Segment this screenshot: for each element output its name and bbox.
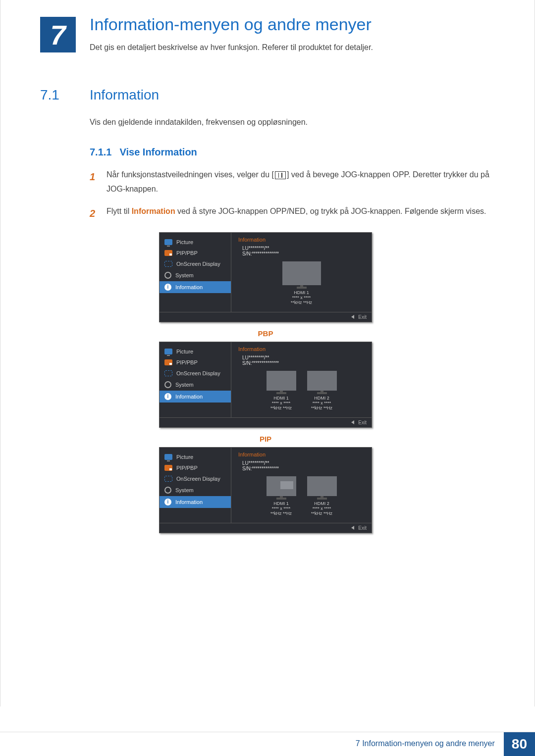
step-text: Når funksjonstastveiledningen vises, vel… [107,168,495,197]
screen-icon [164,370,172,376]
osd-panel-title: Information [238,452,365,457]
chapter-number-badge: 7 [40,17,76,52]
osd-single: Picture PIP/PBP OnScreen Display System … [159,232,372,533]
menu-icon [275,171,286,179]
osd-footer: Exit [160,523,372,533]
osd-monitor-preview: HDMI 1 **** x **** **kHz **Hz [282,261,321,305]
osd-menu-information[interactable]: iInformation [160,391,231,403]
chapter-header: 7 Information-menyen og andre menyer Det… [40,15,495,52]
pip-icon [164,465,172,471]
osd-monitor-preview-2: HDMI 2 **** x **** **kHz **Hz [307,371,337,410]
step-2: 2 Flytt til Information ved å styre JOG-… [90,204,495,222]
back-arrow-icon[interactable] [351,315,354,319]
gear-icon [164,487,171,494]
osd-exit-label[interactable]: Exit [358,314,367,320]
osd-panel-title: Information [238,346,365,352]
osd-model: LU********/** [242,246,365,251]
osd-source-label: HDMI 2 [307,501,337,506]
screen-icon [164,261,172,267]
osd-menu-picture[interactable]: Picture [160,237,231,248]
osd-resolution: **** x **** [267,506,296,511]
osd-source-label: HDMI 1 [282,290,321,295]
osd-resolution: **** x **** [267,401,296,405]
osd-footer: Exit [160,418,372,427]
osd-frequency: **kHz **Hz [267,511,296,516]
osd-panel: Information LU********/** S/N:**********… [231,342,372,417]
pip-icon [164,359,172,365]
osd-menu-system[interactable]: System [160,379,231,391]
gear-icon [164,381,171,388]
osd-model: LU********/** [242,460,365,466]
section-number: 7.1 [40,87,75,103]
step-list: 1 Når funksjonstastveiledningen vises, v… [90,168,495,222]
osd-menu-onscreen[interactable]: OnScreen Display [160,258,231,269]
osd-serial: S/N:************** [242,360,365,366]
osd-menu-onscreen[interactable]: OnScreen Display [160,473,231,484]
subsection-number: 7.1.1 [90,147,111,158]
pip-icon [164,250,172,256]
osd-frequency: **kHz **Hz [267,405,296,410]
section-paragraph: Vis den gjeldende inndatakilden, frekven… [90,118,495,127]
step-number: 1 [90,168,99,197]
chapter-description: Det gis en detaljert beskrivelse av hver… [90,43,373,52]
pbp-label: PBP [159,329,372,338]
osd-serial: S/N:************** [242,466,365,471]
osd-monitor-preview-1: HDMI 1 **** x **** **kHz **Hz [267,476,296,516]
osd-model: LU********/** [242,355,365,360]
step-number: 2 [90,204,99,222]
osd-panel-title: Information [238,237,365,243]
osd-resolution: **** x **** [307,506,337,511]
osd-serial: S/N:************** [242,251,365,256]
osd-menu-system[interactable]: System [160,269,231,281]
osd-sidebar: Picture PIP/PBP OnScreen Display System … [160,233,231,312]
info-icon: i [164,393,171,400]
pip-inset-icon [280,481,293,489]
pip-label: PIP [159,435,372,443]
footer-page-number: 80 [504,732,535,756]
osd-menu-system[interactable]: System [160,484,231,496]
info-icon: i [164,284,171,291]
osd-source-label: HDMI 1 [267,396,296,401]
back-arrow-icon[interactable] [351,526,354,530]
section-title: Information [90,87,159,103]
osd-menu-information[interactable]: iInformation [160,281,231,293]
osd-pbp: Picture PIP/PBP OnScreen Display System … [159,342,372,428]
osd-source-label: HDMI 2 [307,396,337,401]
osd-exit-label[interactable]: Exit [358,420,367,425]
osd-monitor-preview-2: HDMI 2 **** x **** **kHz **Hz [307,476,337,516]
osd-menu-pip[interactable]: PIP/PBP [160,357,231,368]
osd-frequency: **kHz **Hz [282,300,321,305]
osd-panel: Information LU********/** S/N:**********… [231,233,372,312]
osd-menu-pip[interactable]: PIP/PBP [160,248,231,258]
footer-chapter-title: Information-menyen og andre menyer [362,739,495,748]
subsection-title: Vise Information [119,147,197,158]
step-text: Flytt til Information ved å styre JOG-kn… [107,204,486,222]
chapter-title: Information-menyen og andre menyer [90,15,373,34]
osd-pip: Picture PIP/PBP OnScreen Display System … [159,447,372,533]
monitor-icon [164,239,172,245]
osd-menu-information[interactable]: iInformation [160,496,231,508]
step-1: 1 Når funksjonstastveiledningen vises, v… [90,168,495,197]
osd-panel: Information LU********/** S/N:**********… [231,448,372,523]
osd-resolution: **** x **** [307,401,337,405]
osd-exit-label[interactable]: Exit [358,525,367,531]
osd-monitor-preview-1: HDMI 1 **** x **** **kHz **Hz [267,371,296,410]
osd-menu-picture[interactable]: Picture [160,452,231,462]
screen-icon [164,476,172,482]
monitor-icon [164,349,172,354]
section-heading: 7.1 Information [40,87,495,103]
osd-menu-picture[interactable]: Picture [160,346,231,357]
osd-resolution: **** x **** [282,295,321,300]
osd-source-label: HDMI 1 [267,501,296,506]
osd-menu-onscreen[interactable]: OnScreen Display [160,368,231,379]
back-arrow-icon[interactable] [351,420,354,424]
osd-menu-pip[interactable]: PIP/PBP [160,462,231,473]
gear-icon [164,272,171,279]
osd-footer: Exit [160,312,372,322]
footer-chapter-ref: 7 [356,739,360,748]
osd-frequency: **kHz **Hz [307,405,337,410]
page-footer: 7 Information-menyen og andre menyer 80 [0,732,535,756]
osd-sidebar: Picture PIP/PBP OnScreen Display System … [160,448,231,523]
osd-sidebar: Picture PIP/PBP OnScreen Display System … [160,342,231,417]
osd-frequency: **kHz **Hz [307,511,337,516]
